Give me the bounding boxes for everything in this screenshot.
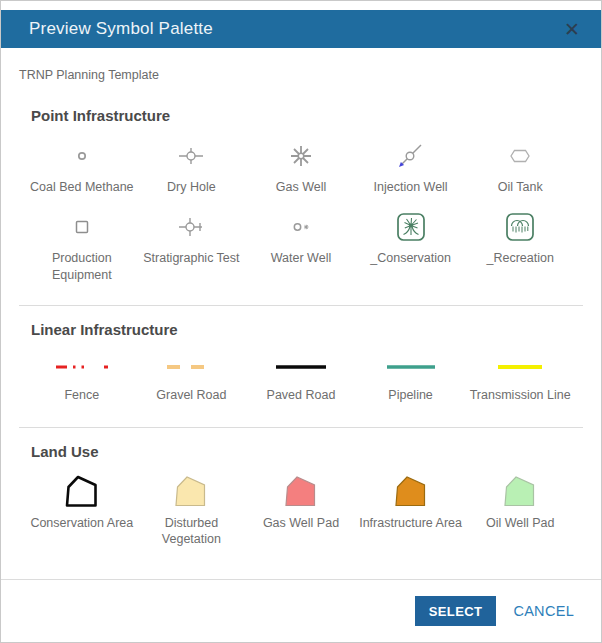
- cancel-button[interactable]: CANCEL: [513, 603, 574, 619]
- paved-road-line-icon: [269, 352, 333, 382]
- section-heading-linear-infrastructure: Linear Infrastructure: [31, 321, 571, 338]
- symbol-label: _Recreation: [486, 250, 553, 267]
- infrastructure-area-polygon-icon: [393, 474, 429, 510]
- symbol-item: Dry Hole: [137, 138, 247, 196]
- injection-well-icon: [394, 138, 428, 174]
- gas-well-icon: [284, 138, 318, 174]
- symbol-item: Gas Well Pad: [246, 474, 356, 549]
- symbol-item: Fence: [27, 352, 137, 404]
- symbol-label: Coal Bed Methane: [30, 179, 134, 196]
- gravel-road-line-icon: [159, 352, 223, 382]
- production-equipment-icon: [65, 209, 99, 245]
- symbol-item: Injection Well: [356, 138, 466, 196]
- symbol-item: Stratigraphic Test: [137, 209, 247, 284]
- dry-hole-icon: [174, 138, 208, 174]
- symbol-item: Oil Tank: [465, 138, 575, 196]
- select-button[interactable]: SELECT: [415, 596, 497, 626]
- symbol-label: Infrastructure Area: [359, 515, 462, 532]
- symbol-label: Conservation Area: [30, 515, 133, 532]
- symbol-label: Transmission Line: [470, 387, 571, 404]
- recreation-point-icon: [503, 209, 537, 245]
- symbol-label: Stratigraphic Test: [143, 250, 239, 267]
- symbol-item: _Conservation: [356, 209, 466, 284]
- symbol-item: Water Well: [246, 209, 356, 284]
- symbol-item: Conservation Area: [27, 474, 137, 549]
- section-divider: [19, 305, 583, 306]
- symbol-label: Disturbed Vegetation: [139, 515, 243, 549]
- symbol-label: Dry Hole: [167, 179, 216, 196]
- section-divider: [19, 427, 583, 428]
- stratigraphic-test-icon: [174, 209, 208, 245]
- symbol-label: Paved Road: [267, 387, 336, 404]
- symbol-label: Pipeline: [388, 387, 432, 404]
- point-symbol-grid: Coal Bed Methane Dry Hole Gas Well: [1, 124, 601, 284]
- transmission-line-icon: [488, 352, 552, 382]
- symbol-item: Infrastructure Area: [356, 474, 466, 549]
- symbol-item: Oil Well Pad: [465, 474, 575, 549]
- template-name: TRNP Planning Template: [19, 68, 583, 82]
- symbol-label: _Conservation: [370, 250, 451, 267]
- symbol-item: Transmission Line: [465, 352, 575, 404]
- symbol-item: _Recreation: [465, 209, 575, 284]
- disturbed-vegetation-polygon-icon: [173, 474, 209, 510]
- symbol-item: Paved Road: [246, 352, 356, 404]
- symbol-item: Pipeline: [356, 352, 466, 404]
- dialog-title: Preview Symbol Palette: [29, 19, 213, 39]
- symbol-label: Gas Well Pad: [263, 515, 339, 532]
- oil-tank-icon: [503, 138, 537, 174]
- preview-symbol-palette-dialog: Preview Symbol Palette ✕ TRNP Planning T…: [1, 1, 601, 642]
- symbol-label: Water Well: [271, 250, 331, 267]
- symbol-item: Production Equipment: [27, 209, 137, 284]
- fence-line-icon: [50, 352, 114, 382]
- symbol-label: Production Equipment: [30, 250, 134, 284]
- symbol-label: Oil Tank: [498, 179, 543, 196]
- close-icon[interactable]: ✕: [560, 18, 584, 41]
- symbol-item: Disturbed Vegetation: [137, 474, 247, 549]
- section-heading-land-use: Land Use: [31, 443, 571, 460]
- conservation-point-icon: [394, 209, 428, 245]
- symbol-label: Injection Well: [374, 179, 448, 196]
- symbol-item: Gravel Road: [137, 352, 247, 404]
- symbol-label: Gravel Road: [156, 387, 226, 404]
- line-symbol-grid: Fence Gravel Road Paved Road: [1, 338, 601, 404]
- dialog-header: Preview Symbol Palette ✕: [1, 10, 601, 48]
- water-well-icon: [284, 209, 318, 245]
- gas-well-pad-polygon-icon: [283, 474, 319, 510]
- symbol-label: Fence: [64, 387, 99, 404]
- conservation-area-polygon-icon: [64, 474, 100, 510]
- polygon-symbol-grid: Conservation Area Disturbed Vegetation G…: [1, 460, 601, 549]
- oil-well-pad-polygon-icon: [502, 474, 538, 510]
- dialog-footer: SELECT CANCEL: [1, 579, 601, 642]
- symbol-label: Oil Well Pad: [486, 515, 555, 532]
- symbol-item: Coal Bed Methane: [27, 138, 137, 196]
- section-heading-point-infrastructure: Point Infrastructure: [31, 107, 571, 124]
- coal-bed-methane-icon: [65, 138, 99, 174]
- symbol-label: Gas Well: [276, 179, 326, 196]
- pipeline-line-icon: [379, 352, 443, 382]
- symbol-item: Gas Well: [246, 138, 356, 196]
